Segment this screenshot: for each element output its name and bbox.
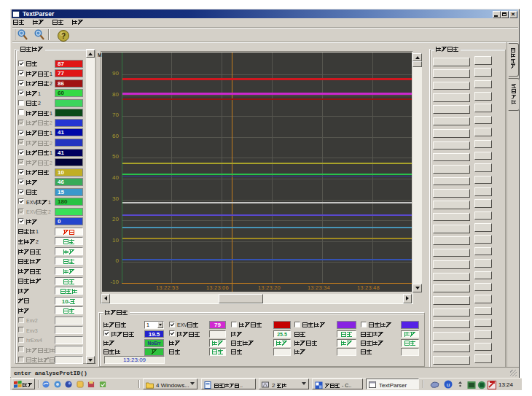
svg-text:?: ?: [61, 32, 66, 40]
svg-text:u: u: [447, 381, 450, 388]
